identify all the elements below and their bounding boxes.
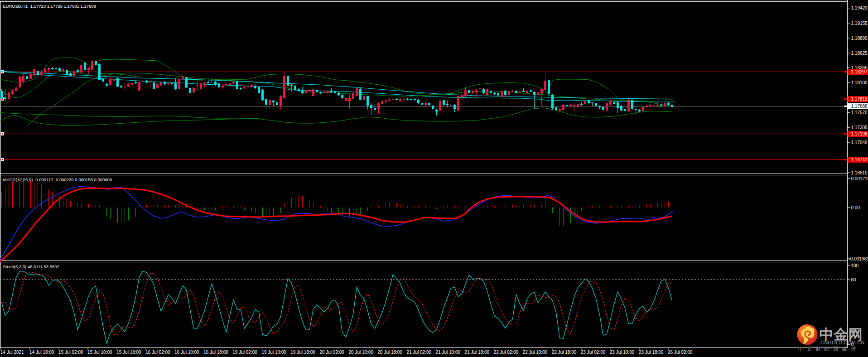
svg-text:19 Jul 10:00: 19 Jul 10:00	[261, 350, 286, 355]
svg-text:14 Jul 2021: 14 Jul 2021	[0, 350, 24, 355]
svg-text:1.17570: 1.17570	[851, 110, 868, 115]
svg-text:1.17813: 1.17813	[851, 96, 868, 101]
svg-text:16 Jul 02:00: 16 Jul 02:00	[145, 350, 170, 355]
svg-text:26 Jul 02:00: 26 Jul 02:00	[668, 350, 693, 355]
svg-text:CNGOLD.COM.CN: CNGOLD.COM.CN	[820, 340, 864, 345]
svg-text:21 Jul 02:00: 21 Jul 02:00	[407, 350, 432, 355]
svg-text:0.001219: 0.001219	[851, 176, 868, 181]
svg-text:1.17688: 1.17688	[851, 104, 868, 109]
svg-text:23 Jul 18:00: 23 Jul 18:00	[639, 350, 664, 355]
svg-text:16 Jul 18:00: 16 Jul 18:00	[203, 350, 228, 355]
svg-text:19 Jul 02:00: 19 Jul 02:00	[232, 350, 257, 355]
svg-text:1.18890: 1.18890	[851, 36, 868, 41]
svg-text:19 Jul 18:00: 19 Jul 18:00	[290, 350, 315, 355]
svg-text:21 Jul 18:00: 21 Jul 18:00	[465, 350, 490, 355]
svg-text:80: 80	[851, 277, 857, 282]
svg-text:-0.001981: -0.001981	[849, 256, 868, 261]
svg-text:20 Jul 10:00: 20 Jul 10:00	[349, 350, 374, 355]
svg-text:100: 100	[851, 263, 859, 268]
svg-text:20 Jul 18:00: 20 Jul 18:00	[378, 350, 403, 355]
svg-text:22 Jul 02:00: 22 Jul 02:00	[494, 350, 519, 355]
svg-text:15 Jul 18:00: 15 Jul 18:00	[116, 350, 141, 355]
svg-text:1.19420: 1.19420	[851, 5, 868, 10]
svg-text:Stoch(5,3,3) 48.6111 53.5697: Stoch(5,3,3) 48.6111 53.5697	[3, 264, 59, 269]
svg-text:1.18625: 1.18625	[851, 51, 868, 56]
svg-text:1.16742: 1.16742	[851, 157, 868, 162]
svg-text:22 Jul 10:00: 22 Jul 10:00	[523, 350, 548, 355]
svg-text:20 Jul 02:00: 20 Jul 02:00	[319, 350, 344, 355]
svg-text:1.18100: 1.18100	[851, 80, 868, 85]
svg-text:14 Jul 18:00: 14 Jul 18:00	[29, 350, 54, 355]
svg-text:1.17040: 1.17040	[851, 140, 868, 145]
svg-text:21 Jul 10:00: 21 Jul 10:00	[436, 350, 461, 355]
svg-text:1.17198: 1.17198	[851, 131, 868, 136]
svg-text:1.19155: 1.19155	[851, 21, 868, 26]
svg-text:1.18297: 1.18297	[851, 69, 868, 74]
svg-text:EURUSD,H1 1.17723 1.17726 1.1: EURUSD,H1 1.17723 1.17726 1.17681 1.1768…	[3, 4, 96, 9]
svg-text:16 Jul 10:00: 16 Jul 10:00	[174, 350, 199, 355]
svg-text:0.00: 0.00	[851, 205, 860, 210]
svg-text:23 Jul 10:00: 23 Jul 10:00	[610, 350, 635, 355]
svg-text:MACD(12,26,9) -0.000117 -0.000: MACD(12,26,9) -0.000117 -0.000239 0.0001…	[3, 177, 112, 182]
svg-text:1.16510: 1.16510	[851, 170, 868, 175]
svg-text:中文财经新媒体: 中文财经新媒体	[798, 346, 860, 352]
svg-text:15 Jul 10:00: 15 Jul 10:00	[87, 350, 112, 355]
svg-text:22 Jul 18:00: 22 Jul 18:00	[552, 350, 577, 355]
svg-text:23 Jul 02:00: 23 Jul 02:00	[581, 350, 606, 355]
svg-text:1.17305: 1.17305	[851, 125, 868, 130]
svg-text:15 Jul 02:00: 15 Jul 02:00	[58, 350, 83, 355]
